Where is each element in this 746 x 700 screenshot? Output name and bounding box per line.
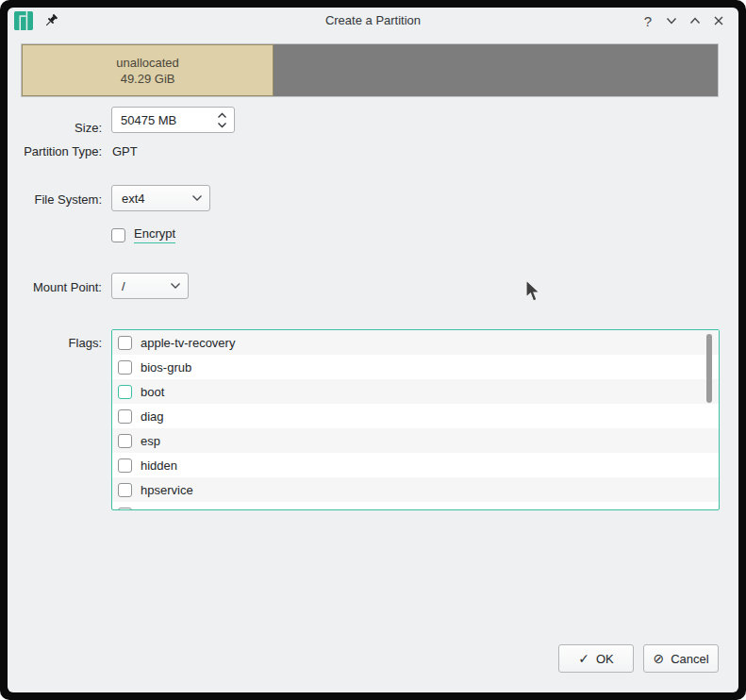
- flags-list[interactable]: apple-tv-recoverybios-grubbootdiagesphid…: [111, 329, 720, 510]
- flag-row-diag[interactable]: diag: [112, 404, 719, 428]
- flag-checkbox[interactable]: [118, 483, 132, 497]
- partition-type-value: GPT: [112, 144, 138, 158]
- flags-scrollbar[interactable]: [706, 334, 712, 403]
- shade-button[interactable]: [664, 12, 679, 29]
- flag-label: hidden: [141, 458, 177, 473]
- cancel-button[interactable]: ⊘ Cancel: [643, 644, 719, 673]
- cancel-icon: ⊘: [653, 651, 664, 666]
- flag-checkbox[interactable]: [118, 434, 132, 448]
- check-icon: ✓: [578, 651, 589, 666]
- create-partition-dialog: Create a Partition ? unallocated49.29 Gi…: [8, 8, 738, 692]
- ok-button-label: OK: [596, 652, 614, 666]
- ok-button[interactable]: ✓ OK: [558, 644, 634, 673]
- close-button[interactable]: [711, 12, 726, 29]
- chevron-up-icon: [688, 14, 702, 27]
- window-frame: Create a Partition ? unallocated49.29 Gi…: [0, 0, 746, 700]
- size-value: 50475 MB: [112, 113, 209, 127]
- encrypt-label: Encrypt: [134, 226, 175, 243]
- encrypt-row[interactable]: Encrypt: [111, 226, 175, 243]
- chevron-down-icon: [191, 194, 203, 202]
- partition-type-label: Partition Type:: [8, 144, 102, 158]
- flag-label: bios-grub: [141, 360, 191, 375]
- flag-row-hidden[interactable]: hidden: [112, 453, 719, 477]
- file-system-value: ext4: [112, 192, 185, 206]
- flag-row-boot[interactable]: boot: [112, 379, 719, 404]
- flag-label: esp: [141, 434, 160, 448]
- encrypt-checkbox[interactable]: [111, 228, 125, 242]
- segment-size: 49.29 GiB: [121, 71, 175, 87]
- flag-label: hpservice: [141, 483, 193, 497]
- help-button[interactable]: ?: [640, 12, 655, 29]
- mount-point-value: /: [112, 279, 163, 293]
- flag-checkbox[interactable]: [118, 508, 132, 511]
- flag-checkbox[interactable]: [118, 409, 132, 424]
- flag-row-bios-grub[interactable]: bios-grub: [112, 355, 719, 379]
- chevron-down-icon: [665, 14, 678, 27]
- flag-row[interactable]: [112, 502, 719, 510]
- file-system-select[interactable]: ext4: [111, 185, 210, 211]
- flag-label: apple-tv-recovery: [141, 336, 235, 350]
- spin-up-icon[interactable]: [217, 112, 227, 119]
- cancel-button-label: Cancel: [671, 652, 708, 666]
- close-icon: [712, 14, 725, 27]
- flag-checkbox[interactable]: [118, 336, 132, 350]
- segment-label: unallocated: [116, 55, 179, 71]
- window-title: Create a Partition: [8, 13, 738, 27]
- mouse-cursor: [525, 279, 542, 304]
- flag-checkbox[interactable]: [118, 360, 132, 375]
- unshade-button[interactable]: [688, 12, 703, 29]
- mount-point-select[interactable]: /: [111, 273, 189, 299]
- size-spin-buttons[interactable]: [209, 112, 234, 128]
- flag-label: diag: [141, 409, 164, 424]
- chevron-down-icon: [170, 282, 181, 290]
- flag-row-apple-tv-recovery[interactable]: apple-tv-recovery: [112, 330, 719, 355]
- flag-row-esp[interactable]: esp: [112, 428, 719, 453]
- titlebar[interactable]: Create a Partition ?: [8, 8, 738, 34]
- flag-checkbox[interactable]: [118, 458, 132, 473]
- partition-segment-allocated-other[interactable]: [274, 44, 718, 96]
- size-spinbox[interactable]: 50475 MB: [111, 107, 235, 133]
- flag-label: boot: [141, 385, 164, 399]
- spin-down-icon[interactable]: [217, 122, 227, 128]
- file-system-label: File System:: [8, 192, 102, 207]
- partition-preview-bar: unallocated49.29 GiB: [21, 43, 719, 97]
- flag-checkbox[interactable]: [118, 385, 132, 399]
- flags-label: Flags:: [8, 336, 102, 350]
- size-label: Size:: [8, 121, 102, 135]
- flag-row-hpservice[interactable]: hpservice: [112, 477, 719, 502]
- partition-segment-unallocated[interactable]: unallocated49.29 GiB: [22, 44, 274, 96]
- mount-point-label: Mount Point:: [8, 280, 102, 294]
